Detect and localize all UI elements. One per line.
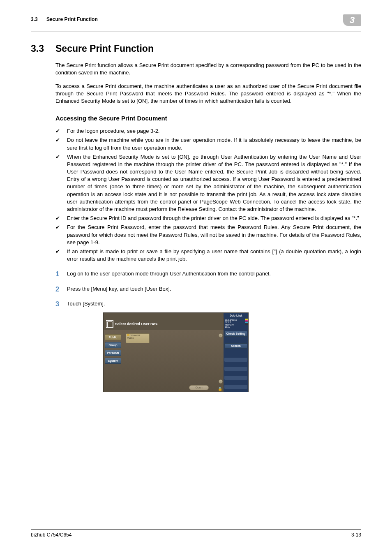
open-button[interactable]: Open (189, 385, 209, 390)
header-divider (31, 32, 361, 32)
step-number: 2 (55, 284, 59, 294)
checklist-item: For the Secure Print Password, enter the… (55, 224, 361, 246)
userbox-entry[interactable]: 000000001 Public (126, 333, 150, 343)
toner-levels (245, 319, 248, 325)
header-section-num: 3.3 (31, 16, 38, 22)
userbox-number: 000000001 (130, 334, 140, 337)
numbered-steps: 1 Log on to the user operation mode thro… (55, 270, 361, 392)
step-number: 1 (55, 269, 59, 279)
disabled-sidepanel-item (224, 376, 247, 380)
step: 2 Press the [Menu] key, and touch [User … (55, 285, 361, 293)
step: 1 Log on to the user operation mode thro… (55, 270, 361, 278)
step: 3 Touch [System]. Job List Select desire… (55, 300, 361, 392)
device-screenshot: Job List Select desired User Box. 🔒 01/1… (103, 312, 249, 392)
disabled-sidepanel-item (224, 358, 247, 362)
checklist-item: Do not leave the machine while you are i… (55, 136, 361, 151)
disabled-sidepanel-item (224, 367, 247, 371)
chapter-tab: 3 (343, 14, 361, 26)
folder-icon (127, 334, 129, 336)
disabled-sidepanel-item (224, 385, 247, 389)
search-button[interactable]: Search (224, 343, 247, 349)
intro-paragraph-1: The Secure Print function allows a Secur… (55, 62, 361, 76)
step-text: Press the [Menu] key, and touch [User Bo… (67, 286, 171, 292)
subheading: Accessing the Secure Print Document (55, 114, 361, 123)
job-list-button[interactable]: Job List (224, 313, 248, 319)
scroll-down-button[interactable]: ﹀ (219, 379, 223, 384)
tab-group[interactable]: Group (105, 342, 121, 348)
userbox-category-tabs: Public Group Personal System (104, 330, 122, 392)
tab-personal[interactable]: Personal (105, 350, 121, 356)
intro-paragraph-2: To access a Secure Print document, the m… (55, 83, 361, 105)
step-text: Touch [System]. (67, 301, 105, 307)
footer-page-number: 3-13 (351, 532, 361, 539)
checklist-item: When the Enhanced Security Mode is set t… (55, 153, 361, 213)
header-section-title: Secure Print Function (46, 16, 98, 22)
tab-public[interactable]: Public (105, 334, 121, 340)
checklist: For the logon procedure, see page 3-2. D… (55, 127, 361, 263)
device-prompt: Select desired User Box. (115, 321, 224, 327)
footer-model: bizhub C754/C654 (31, 532, 71, 539)
status-memory-pct: 99% (225, 326, 247, 328)
step-number: 3 (55, 299, 59, 309)
check-setting-button[interactable]: Check Setting (224, 331, 247, 337)
checklist-item: If an attempt is made to print or save a… (55, 248, 361, 263)
step-text: Log on to the user operation mode throug… (67, 271, 271, 277)
userbox-label: Public (127, 337, 148, 340)
checklist-item: For the logon procedure, see page 3-2. (55, 127, 361, 135)
status-panel: 01/11/2012 07:27 Memory 99% (224, 318, 248, 330)
section-number: 3.3 (31, 42, 55, 55)
section-title: Secure Print Function (55, 42, 154, 55)
userbox-icon (106, 320, 113, 328)
tab-system[interactable]: System (105, 358, 121, 364)
scroll-up-button[interactable]: ︿ (219, 333, 223, 338)
page-header: 3.3 Secure Print Function (31, 14, 98, 23)
checklist-item: Enter the Secure Print ID and password t… (55, 215, 361, 222)
